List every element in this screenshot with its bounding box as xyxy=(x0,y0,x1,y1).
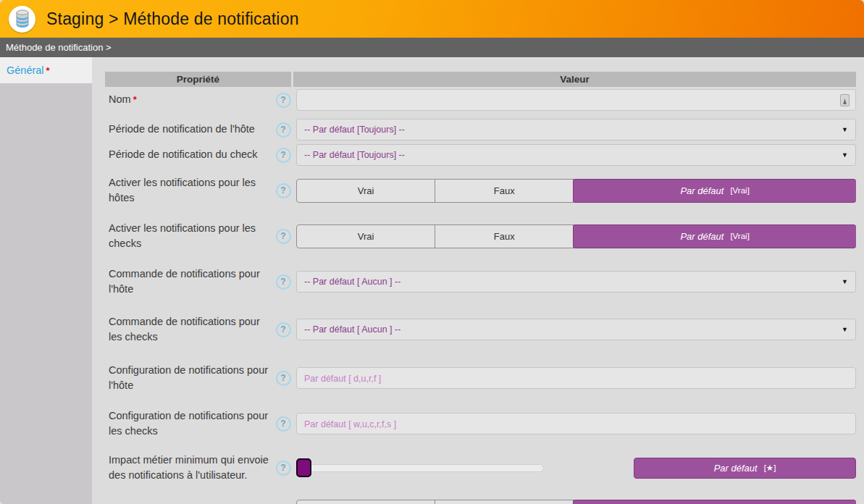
field-label: Activer les notifications pour les hôtes xyxy=(109,177,256,203)
form-row-commande-checks: Commande de notifications pour les check… xyxy=(105,314,856,345)
help-icon[interactable]: ? xyxy=(276,122,291,138)
tristate-group: Vrai Faux Par défaut [Vrai] xyxy=(296,500,856,504)
vrai-button[interactable]: Vrai xyxy=(297,500,435,504)
vrai-button[interactable]: Vrai xyxy=(297,225,435,248)
par-defaut-button[interactable]: Par défaut [Vrai] xyxy=(573,500,856,504)
faux-button[interactable]: Faux xyxy=(435,500,574,504)
faux-button[interactable]: Faux xyxy=(435,180,574,202)
form-row-nom: Nom* ? xyxy=(105,89,856,111)
breadcrumb[interactable]: Méthode de notification > xyxy=(0,38,864,57)
breadcrumb-text: Méthode de notification > xyxy=(6,42,112,53)
commande-hote-select[interactable]: -- Par défaut [ Aucun ] -- ▼ xyxy=(296,271,856,293)
page-title: Staging > Méthode de notification xyxy=(46,9,299,29)
field-label: Période de notification du check xyxy=(109,148,258,160)
tristate-group: Vrai Faux Par défaut [Vrai] xyxy=(296,224,856,248)
selected-value: -- Par défaut [ Aucun ] -- xyxy=(304,324,400,335)
app-window: Staging > Méthode de notification Méthod… xyxy=(0,0,864,504)
column-header-value: Valeur xyxy=(293,72,856,87)
form-row-periode-hote: Période de notification de l'hôte ? -- P… xyxy=(105,119,856,140)
config-checks-input[interactable] xyxy=(296,413,856,434)
database-icon xyxy=(9,6,35,33)
field-label: Activer les notifications pour les check… xyxy=(109,222,256,249)
help-icon[interactable]: ? xyxy=(276,274,291,290)
form-row-config-checks: Configuration de notifications pour les … xyxy=(105,408,856,439)
help-icon[interactable]: ? xyxy=(276,183,291,198)
help-icon[interactable]: ? xyxy=(276,371,291,386)
field-label: Commande de notifications pour les check… xyxy=(109,316,260,343)
periode-check-select[interactable]: -- Par défaut [Toujours] -- ▼ xyxy=(296,144,856,166)
periode-hote-select[interactable]: -- Par défaut [Toujours] -- ▼ xyxy=(296,119,856,140)
field-label: Impact métier minimum qui envoie des not… xyxy=(109,454,269,481)
selected-value: -- Par défaut [Toujours] -- xyxy=(304,150,405,160)
help-icon[interactable]: ? xyxy=(276,416,291,432)
help-icon[interactable]: ? xyxy=(276,461,291,476)
field-label: Commande de notifications pour l'hôte xyxy=(109,268,260,295)
sidebar: Général * xyxy=(0,57,92,504)
faux-button[interactable]: Faux xyxy=(435,225,574,248)
par-defaut-button[interactable]: Par défaut [★] xyxy=(634,458,856,479)
help-icon[interactable]: ? xyxy=(276,148,291,163)
field-label: Nom xyxy=(109,93,131,105)
slider-track[interactable] xyxy=(299,464,544,472)
form-row-impact-metier: Impact métier minimum qui envoie des not… xyxy=(105,453,856,483)
par-defaut-button[interactable]: Par défaut [Vrai] xyxy=(573,224,856,248)
table-header: Propriété Valeur xyxy=(105,72,856,87)
help-icon[interactable]: ? xyxy=(276,229,291,244)
nom-input[interactable] xyxy=(296,89,856,111)
column-header-property: Propriété xyxy=(105,72,291,87)
form-panel: Propriété Valeur Nom* ? Période de not xyxy=(92,57,864,504)
app-header: Staging > Méthode de notification xyxy=(0,0,864,38)
chevron-down-icon: ▼ xyxy=(842,278,848,285)
form-row-periode-check: Période de notification du check ? -- Pa… xyxy=(105,144,856,166)
sidebar-tab-general[interactable]: Général * xyxy=(0,57,92,83)
par-defaut-button[interactable]: Par défaut [Vrai] xyxy=(573,179,856,203)
chevron-down-icon: ▼ xyxy=(842,151,848,159)
sidebar-tab-label: Général xyxy=(7,64,44,76)
form-row-commande-hote: Commande de notifications pour l'hôte ? … xyxy=(105,266,856,297)
field-label: Période de notification de l'hôte xyxy=(109,123,255,135)
impact-slider xyxy=(296,457,544,479)
chevron-down-icon: ▼ xyxy=(842,126,848,133)
field-label: Configuration de notifications pour l'hô… xyxy=(109,364,268,391)
field-label: Configuration de notifications pour les … xyxy=(109,410,268,437)
required-mark: * xyxy=(133,94,137,105)
config-hote-input[interactable] xyxy=(296,367,856,389)
slider-handle[interactable] xyxy=(296,458,311,477)
input-validation-icon xyxy=(840,94,850,106)
selected-value: -- Par défaut [Toujours] -- xyxy=(304,125,405,135)
chevron-down-icon: ▼ xyxy=(842,326,848,333)
vrai-button[interactable]: Vrai xyxy=(297,180,435,202)
help-icon[interactable]: ? xyxy=(276,93,291,108)
form-row-config-hote: Configuration de notifications pour l'hô… xyxy=(105,363,856,393)
tristate-group: Vrai Faux Par défaut [Vrai] xyxy=(296,179,856,203)
commande-checks-select[interactable]: -- Par défaut [ Aucun ] -- ▼ xyxy=(296,319,856,340)
form-row-notif-checks: Activer les notifications pour les check… xyxy=(105,221,856,251)
required-mark: * xyxy=(46,65,50,76)
help-icon[interactable]: ? xyxy=(276,322,291,337)
selected-value: -- Par défaut [ Aucun ] -- xyxy=(304,277,400,287)
form-row-notif-hotes: Activer les notifications pour les hôtes… xyxy=(105,175,856,206)
form-row-active: Activé ? Vrai Faux Par défaut [Vrai] xyxy=(105,500,856,504)
